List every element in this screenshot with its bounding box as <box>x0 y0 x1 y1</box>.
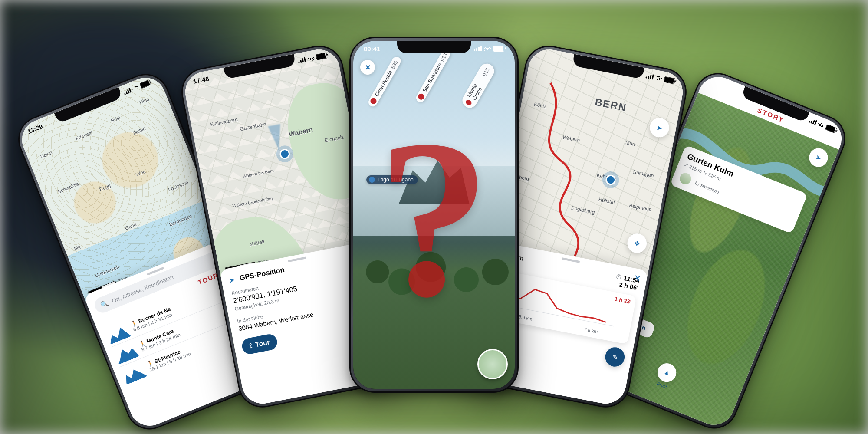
tour-button[interactable]: ⟟Tour <box>241 333 279 355</box>
peak-label[interactable]: San Salvatore 913 <box>414 48 452 104</box>
minimap-button[interactable] <box>477 349 508 379</box>
close-sheet-button[interactable]: ✕ <box>633 273 642 284</box>
ar-camera-view[interactable]: Cima Pescia 835 San Salvatore 913 Monte … <box>353 41 515 389</box>
gps-location-marker <box>279 148 291 160</box>
location-arrow-icon: ➤ <box>815 153 822 162</box>
pencil-icon: ✎ <box>612 352 618 361</box>
peak-label[interactable]: Monte Croce 915 <box>460 61 496 111</box>
phone-3-center: 09:41 Cima Pescia 835 San Salvatore 913 … <box>349 37 519 393</box>
close-button[interactable]: ✕ <box>360 60 375 75</box>
location-arrow-icon: ➤ <box>656 123 663 132</box>
route-icon: ⟟ <box>249 342 253 350</box>
edit-button[interactable]: ✎ <box>604 345 626 368</box>
layers-icon: ❖ <box>633 239 641 248</box>
location-icon: ➤ <box>228 276 235 284</box>
lake-label[interactable]: Lago di Lugano <box>366 175 418 184</box>
stage: 13:39 Selun Frümsel Brisi Hind Tschiri S… <box>0 0 868 434</box>
mountain-icon: ▲ <box>663 368 671 377</box>
close-icon: ✕ <box>365 63 371 72</box>
search-icon: 🔍 <box>99 299 110 309</box>
